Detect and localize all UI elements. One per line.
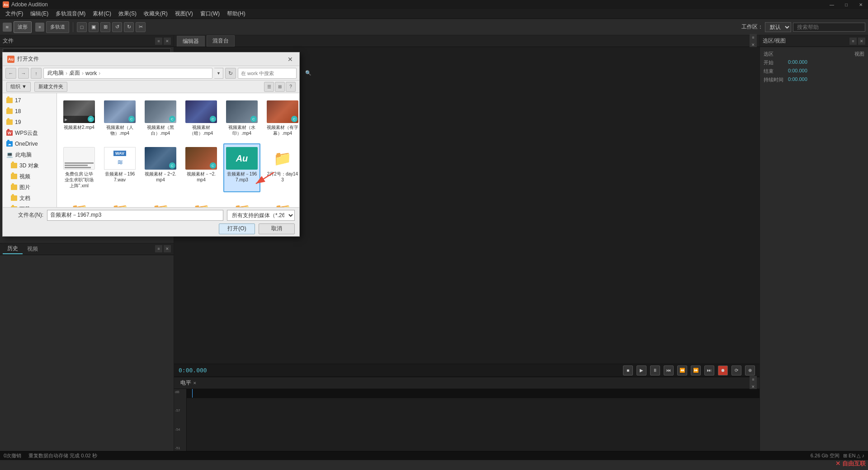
file-name-watermark: 视频素材（水印）.mp4 bbox=[226, 124, 258, 136]
view-buttons: ☰ ⊞ ? bbox=[264, 82, 296, 92]
file-item-folder-a2[interactable]: 📁 bbox=[101, 196, 138, 207]
dialog-tree: 17 18 19 W WPS云盘 ☁ OneDrive bbox=[3, 93, 57, 207]
video-thumb-bw: C bbox=[145, 100, 176, 123]
au-icon: Au bbox=[226, 147, 258, 170]
path-folder: work bbox=[85, 70, 97, 76]
path-desktop: 桌面 bbox=[69, 69, 80, 77]
tree-item-downloads[interactable]: 下载 bbox=[3, 204, 57, 207]
tree-item-pictures[interactable]: 图片 bbox=[3, 182, 57, 193]
open-button[interactable]: 打开(O) bbox=[219, 223, 255, 234]
file-item-video2[interactable]: ▶ C 视频素材2.mp4 bbox=[61, 97, 98, 140]
view-help-button[interactable]: ? bbox=[286, 82, 296, 92]
folder-thumb-a4: 📁 bbox=[185, 199, 217, 207]
organize-button[interactable]: 组织 ▼ bbox=[6, 82, 31, 92]
folder-thumb-a1: 📁 bbox=[63, 199, 95, 207]
file-item-people[interactable]: C 视频素材（人物）.mp4 bbox=[101, 97, 138, 140]
file-item-folder-a5[interactable]: 📁 bbox=[223, 196, 260, 207]
file-item-folder-a6[interactable]: 📁 bbox=[264, 196, 299, 207]
path-sep-2: › bbox=[82, 70, 84, 76]
file-item-subtitle[interactable]: C 视频素材（有字幕）.mp4 bbox=[264, 97, 299, 140]
file-name-bw: 视频素材（黑白）.mp4 bbox=[145, 124, 176, 136]
open-file-dialog: Au 打开文件 ✕ ← → ↑ 此电脑 › 桌面 › work › ▼ ↻ 🔍 bbox=[2, 52, 300, 237]
cloud-badge-2: C bbox=[128, 116, 135, 122]
folder-thumb-a5: 📁 bbox=[226, 199, 258, 207]
file-name-audio-mp3: 音频素材－1967.mp3 bbox=[226, 171, 258, 183]
path-sep-3: › bbox=[99, 70, 100, 76]
folder-thumb-a3: 📁 bbox=[145, 199, 176, 207]
nav-forward-button[interactable]: → bbox=[18, 68, 29, 79]
file-item-audio-mp3[interactable]: Au 音频素材－1967.mp3 bbox=[223, 143, 260, 192]
cancel-button[interactable]: 取消 bbox=[259, 223, 295, 234]
pc-icon: 💻 bbox=[6, 152, 13, 158]
folder-thumb-a6: 📁 bbox=[267, 199, 298, 207]
folder-icon-docs bbox=[11, 195, 17, 201]
tree-item-video[interactable]: 视频 bbox=[3, 171, 57, 182]
doc-thumb bbox=[63, 147, 95, 170]
view-list-button[interactable]: ☰ bbox=[264, 82, 274, 92]
wav-thumb: WAV ≋ bbox=[104, 147, 136, 170]
dialog-overlay: Au 打开文件 ✕ ← → ↑ 此电脑 › 桌面 › work › ▼ ↻ 🔍 bbox=[0, 0, 868, 470]
file-item-video2b[interactable]: C 视频素材－~2.mp4 bbox=[183, 143, 220, 192]
refresh-button[interactable]: ↻ bbox=[225, 68, 236, 79]
filetype-select[interactable]: 所有支持的媒体（*.264, *.3gp, bbox=[227, 210, 295, 221]
tree-label-onedrive: OneDrive bbox=[15, 141, 38, 147]
dialog-icon: Au bbox=[7, 56, 14, 63]
file-name-video2: 视频素材2.mp4 bbox=[64, 124, 94, 130]
tree-item-onedrive[interactable]: ☁ OneDrive bbox=[3, 138, 57, 149]
filename-input[interactable] bbox=[47, 210, 223, 221]
tree-label-mypc: 此电脑 bbox=[15, 151, 32, 159]
path-dropdown[interactable]: ▼ bbox=[214, 68, 223, 79]
video-thumb-watermark: C bbox=[226, 100, 258, 123]
file-item-xml[interactable]: 免费住房 让毕业生求职"职场上阵".xml bbox=[61, 143, 98, 192]
search-in-input[interactable] bbox=[241, 71, 303, 76]
nav-up-button[interactable]: ↑ bbox=[31, 68, 42, 79]
tree-item-mypc[interactable]: 💻 此电脑 bbox=[3, 149, 57, 160]
au-text: Au bbox=[236, 153, 248, 164]
view-details-button[interactable]: ⊞ bbox=[275, 82, 285, 92]
cloud-badge-4: C bbox=[210, 116, 216, 122]
file-item-bw[interactable]: C 视频素材（黑白）.mp4 bbox=[142, 97, 179, 140]
wav-badge: WAV bbox=[113, 151, 126, 156]
file-item-video22[interactable]: C 视频素材－2~2.mp4 bbox=[142, 143, 179, 192]
cloud-badge-6: C bbox=[291, 116, 297, 122]
tree-label-19: 19 bbox=[15, 119, 21, 125]
nav-back-button[interactable]: ← bbox=[5, 68, 16, 79]
dialog-footer: 文件名(N): 所有支持的媒体（*.264, *.3gp, 打开(O) 取消 bbox=[3, 207, 299, 236]
folder-thumb-day143: 📁 bbox=[267, 147, 298, 170]
dialog-body: 17 18 19 W WPS云盘 ☁ OneDrive bbox=[3, 93, 299, 207]
dialog-close-button[interactable]: ✕ bbox=[286, 55, 295, 64]
tree-item-19[interactable]: 19 bbox=[3, 117, 57, 128]
tree-label-pictures: 图片 bbox=[19, 184, 30, 191]
dialog-title: 打开文件 bbox=[17, 55, 286, 63]
file-item-folder-a1[interactable]: 📁 bbox=[61, 196, 98, 207]
tree-item-wps[interactable]: W WPS云盘 bbox=[3, 128, 57, 138]
filename-row: 文件名(N): 所有支持的媒体（*.264, *.3gp, bbox=[7, 210, 295, 221]
tree-item-docs[interactable]: 文档 bbox=[3, 193, 57, 204]
folder-icon-17 bbox=[6, 98, 13, 103]
file-item-dark[interactable]: C 视频素材（暗）.mp4 bbox=[183, 97, 220, 140]
cloud-badge-5: C bbox=[250, 116, 257, 122]
tree-label-3d: 3D 对象 bbox=[19, 162, 39, 170]
file-item-watermark[interactable]: C 视频素材（水印）.mp4 bbox=[223, 97, 260, 140]
folder-icon-3d bbox=[11, 163, 17, 168]
tree-item-17[interactable]: 17 bbox=[3, 95, 57, 106]
folder-icon-wps: W bbox=[6, 130, 13, 136]
video-thumb-dark: C bbox=[185, 100, 217, 123]
tree-label-18: 18 bbox=[15, 108, 21, 114]
file-item-folder-day143[interactable]: 📁 2月2号：day143 bbox=[264, 143, 299, 192]
file-name-subtitle: 视频素材（有字幕）.mp4 bbox=[267, 124, 298, 136]
cloud-badge-3: C bbox=[169, 116, 175, 122]
new-folder-button[interactable]: 新建文件夹 bbox=[34, 82, 67, 92]
tree-label-docs: 文档 bbox=[19, 195, 30, 202]
tree-item-18[interactable]: 18 bbox=[3, 106, 57, 117]
video-thumb-people: C bbox=[104, 100, 136, 123]
file-name-video2b: 视频素材－~2.mp4 bbox=[185, 171, 217, 183]
tree-label-wps: WPS云盘 bbox=[15, 129, 38, 137]
wav-wave-icon: ≋ bbox=[117, 158, 123, 166]
dialog-toolbar: 组织 ▼ 新建文件夹 ☰ ⊞ ? bbox=[3, 81, 299, 93]
file-name-dark: 视频素材（暗）.mp4 bbox=[185, 124, 217, 136]
file-item-folder-a3[interactable]: 📁 bbox=[142, 196, 179, 207]
tree-item-3d[interactable]: 3D 对象 bbox=[3, 160, 57, 171]
file-item-folder-a4[interactable]: 📁 bbox=[183, 196, 220, 207]
file-item-wav[interactable]: WAV ≋ 音频素材－1967.wav bbox=[101, 143, 138, 192]
